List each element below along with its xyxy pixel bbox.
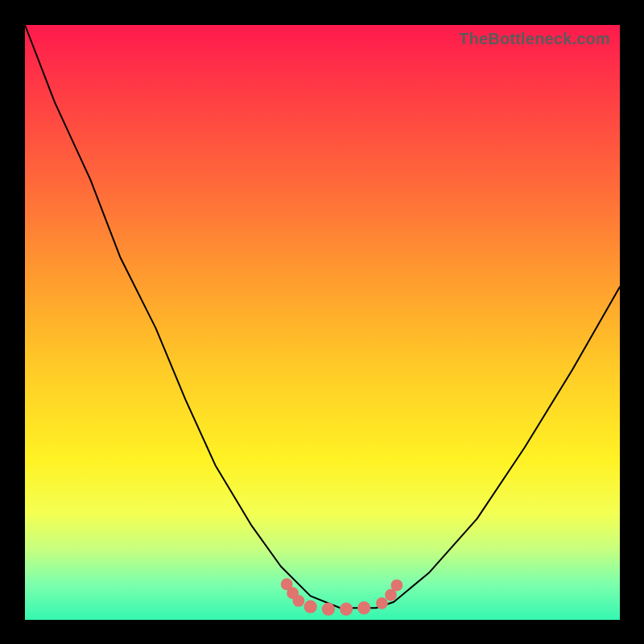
marker-dot (322, 603, 335, 616)
marker-dot (340, 603, 353, 616)
marker-dot (391, 580, 403, 592)
marker-dot (376, 597, 388, 609)
marker-dot (357, 601, 370, 614)
marker-dot (304, 601, 317, 613)
chart-frame: TheBottleneck.com (0, 0, 644, 644)
bottleneck-curve (25, 25, 620, 608)
chart-svg (25, 25, 620, 620)
plot-area: TheBottleneck.com (25, 25, 620, 620)
marker-dot (293, 595, 305, 607)
